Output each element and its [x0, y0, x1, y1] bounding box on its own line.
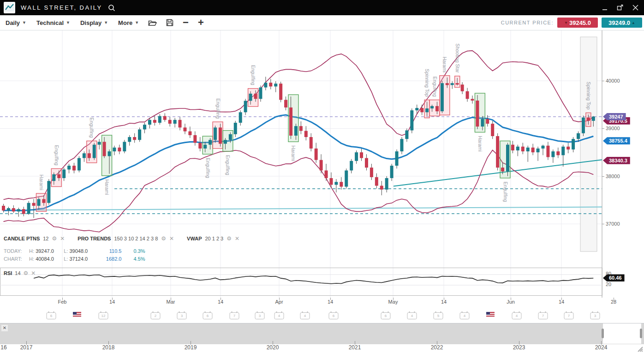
calendar-event-icon[interactable]: 7: [564, 312, 574, 319]
candle: [244, 101, 247, 112]
candle: [435, 106, 439, 111]
candle: [123, 142, 126, 151]
candle: [138, 129, 141, 140]
zoom-in-icon[interactable]: +: [198, 20, 204, 25]
candle: [113, 148, 116, 151]
candle: [506, 145, 509, 172]
candle: [229, 134, 232, 140]
remove-indicator-icon[interactable]: ✕: [169, 235, 174, 242]
chevron-down-icon: ▼: [135, 20, 139, 25]
candle: [325, 170, 328, 178]
resize-grip-icon[interactable]: [637, 346, 643, 352]
candle: [516, 147, 519, 150]
rsi-axis-label: 20: [606, 281, 611, 287]
menu-display[interactable]: Display▼: [80, 19, 108, 26]
indicator-name: VWAP: [187, 236, 202, 241]
us-flag-event-icon[interactable]: [486, 312, 495, 317]
candle: [572, 139, 575, 150]
candle: [118, 148, 121, 151]
candle: [264, 83, 267, 87]
time-axis-label: 14: [559, 299, 564, 305]
candle: [491, 124, 494, 136]
candle: [153, 120, 156, 123]
gear-icon[interactable]: ⚙: [52, 235, 57, 242]
timeline-navigator[interactable]: ✕: [0, 323, 644, 344]
calendar-event-icon[interactable]: 4: [407, 312, 417, 319]
candle: [511, 145, 514, 150]
current-session-highlight: [580, 37, 597, 251]
rsi-line: [34, 275, 593, 284]
candle: [380, 186, 383, 190]
remove-indicator-icon[interactable]: ✕: [235, 235, 239, 242]
year-label: 2021: [349, 344, 361, 351]
calendar-event-icon[interactable]: 6: [381, 312, 391, 319]
navigator-canvas[interactable]: [0, 323, 644, 344]
candle: [269, 83, 272, 86]
candle: [259, 87, 262, 99]
time-axis-label: May: [388, 299, 398, 305]
minimize-icon[interactable]: [602, 5, 608, 11]
candle: [420, 108, 423, 112]
navigator-right-handle[interactable]: [640, 329, 642, 338]
calendar-event-icon[interactable]: 7: [538, 312, 548, 319]
candle: [128, 137, 131, 142]
calendar-event-icon[interactable]: 6: [329, 312, 339, 319]
zoom-out-icon[interactable]: −: [183, 20, 189, 25]
candle: [375, 177, 378, 186]
candle: [98, 142, 101, 144]
calendar-event-icon[interactable]: 12: [99, 312, 108, 319]
price-axis-tick: [602, 81, 604, 81]
pattern-label: Spinning Top: [586, 82, 591, 110]
calendar-event-icon[interactable]: 2: [151, 312, 161, 319]
price-level-tag: 38755.4: [603, 137, 630, 144]
candle: [577, 133, 580, 139]
popout-icon[interactable]: [617, 5, 623, 11]
search-icon[interactable]: [108, 4, 115, 12]
calendar-event-icon[interactable]: 7: [230, 312, 239, 319]
buy-price-tag[interactable]: 39249.0▲: [602, 18, 642, 28]
sell-price-tag[interactable]: ▼39245.0: [557, 18, 598, 28]
close-icon[interactable]: [632, 5, 638, 11]
candle: [143, 125, 146, 129]
candle: [274, 84, 277, 86]
today-stats-row: TODAY: H: 39247.0 L: 39048.0 110.5 0.3%: [4, 247, 145, 255]
candle: [320, 160, 323, 171]
navigator-close-icon[interactable]: ✕: [1, 325, 8, 331]
candle: [168, 120, 172, 124]
price-axis-label: 39000: [606, 126, 620, 131]
calendar-event-icon[interactable]: 4: [460, 312, 470, 319]
price-axis-label: 37000: [606, 221, 620, 227]
open-folder-icon[interactable]: [148, 19, 157, 26]
navigator-left-handle[interactable]: [602, 329, 604, 338]
calendar-event-icon[interactable]: 3: [177, 312, 187, 319]
candle: [103, 142, 106, 156]
calendar-event-icon[interactable]: 4: [300, 312, 310, 319]
candle: [430, 106, 434, 108]
remove-indicator-icon[interactable]: ✕: [31, 270, 36, 276]
gear-icon[interactable]: ⚙: [227, 235, 232, 242]
calendar-event-icon[interactable]: 5: [434, 312, 443, 319]
menu-more[interactable]: More▼: [118, 19, 139, 26]
calendar-event-icon[interactable]: 4: [274, 312, 284, 319]
menu-technical[interactable]: Technical▼: [36, 19, 70, 26]
save-icon[interactable]: [166, 19, 173, 26]
pattern-label: Harami: [291, 145, 296, 161]
year-label: 2020: [267, 344, 279, 351]
calendar-event-icon[interactable]: 6: [203, 312, 213, 319]
remove-indicator-icon[interactable]: ✕: [60, 235, 65, 242]
gear-icon[interactable]: ⚙: [161, 235, 166, 242]
gear-icon[interactable]: ⚙: [24, 270, 29, 276]
candle: [234, 123, 237, 134]
calendar-event-icon[interactable]: 3: [255, 312, 265, 319]
menu-timeframe[interactable]: Daily▼: [6, 19, 26, 26]
us-flag-event-icon[interactable]: [73, 312, 81, 317]
calendar-event-icon[interactable]: 3: [590, 312, 600, 319]
trading-app-window: WALL STREET, DAILY Daily▼ Technical▼ Dis…: [0, 0, 644, 353]
calendar-event-icon[interactable]: 4: [512, 312, 522, 319]
candle: [385, 178, 388, 190]
candle: [12, 208, 15, 211]
pattern-label: Engulfing: [250, 65, 256, 85]
calendar-event-icon[interactable]: 6: [47, 312, 56, 319]
candle: [415, 108, 418, 110]
price-level-tag: 39247: [603, 113, 626, 120]
